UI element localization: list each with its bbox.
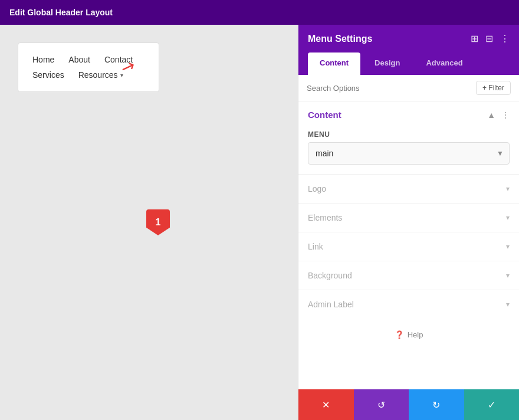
link-label: Link [308, 242, 323, 251]
step-badge: 1 [146, 209, 170, 235]
search-bar: + Filter [298, 75, 519, 101]
tab-design[interactable]: Design [363, 52, 412, 75]
content-section-title: Content [308, 110, 341, 120]
step-badge-container: 1 [146, 209, 170, 235]
section-icons: ▲ ⋮ [487, 110, 510, 120]
nav-preview: ↙ Home About Contact Services Resources … [18, 42, 159, 92]
logo-label: Logo [308, 184, 326, 193]
resources-label: Resources [78, 70, 118, 80]
menu-select[interactable]: main secondary footer [308, 142, 510, 165]
elements-chevron-icon: ▾ [506, 214, 510, 222]
background-label: Background [308, 271, 352, 280]
fullscreen-icon[interactable]: ⊞ [471, 33, 478, 44]
top-bar: Edit Global Header Layout [0, 0, 519, 25]
background-header[interactable]: Background ▾ [298, 261, 519, 290]
menu-label: Menu [308, 130, 510, 139]
canvas-area: ↙ Home About Contact Services Resources … [0, 25, 298, 420]
section-collapse-icon[interactable]: ▲ [487, 110, 495, 120]
link-chevron-icon: ▾ [506, 242, 510, 251]
grid-icon[interactable]: ⊟ [485, 33, 493, 44]
bottom-bar: ✕ ↺ ↻ ✓ [298, 389, 519, 420]
background-section: Background ▾ [298, 261, 519, 290]
panel-header-icons: ⊞ ⊟ ⋮ [471, 33, 510, 44]
undo-button[interactable]: ↺ [354, 389, 409, 420]
step-number: 1 [156, 217, 161, 228]
right-panel: Menu Settings ⊞ ⊟ ⋮ Content Design Advan… [298, 25, 519, 420]
help-icon: ❓ [395, 330, 404, 339]
admin-label-text: Admin Label [308, 300, 354, 309]
content-section-header: Content ▲ ⋮ [298, 101, 519, 126]
elements-section: Elements ▾ [298, 203, 519, 232]
logo-header[interactable]: Logo ▾ [298, 175, 519, 203]
admin-label-header[interactable]: Admin Label ▾ [298, 290, 519, 319]
page-title: Edit Global Header Layout [9, 8, 113, 17]
nav-item-about[interactable]: About [68, 55, 90, 64]
section-more-icon[interactable]: ⋮ [501, 110, 510, 120]
cancel-button[interactable]: ✕ [298, 389, 354, 420]
filter-button[interactable]: + Filter [476, 81, 511, 95]
panel-body: Content ▲ ⋮ Menu main secondary footer ▼ [298, 101, 519, 389]
link-header[interactable]: Link ▾ [298, 232, 519, 261]
nav-item-home[interactable]: Home [32, 55, 54, 64]
menu-field-group: Menu main secondary footer ▼ [298, 126, 519, 174]
tabs-bar: Content Design Advanced [298, 52, 519, 75]
menu-select-wrapper: main secondary footer ▼ [308, 142, 510, 165]
elements-header[interactable]: Elements ▾ [298, 204, 519, 232]
background-chevron-icon: ▾ [506, 271, 510, 280]
panel-header: Menu Settings ⊞ ⊟ ⋮ [298, 25, 519, 52]
nav-item-resources[interactable]: Resources ▾ [78, 70, 123, 80]
admin-label-chevron-icon: ▾ [506, 300, 510, 309]
help-label[interactable]: Help [408, 330, 423, 339]
more-options-icon[interactable]: ⋮ [500, 33, 510, 44]
search-input[interactable] [307, 84, 471, 93]
save-button[interactable]: ✓ [464, 389, 520, 420]
logo-section: Logo ▾ [298, 174, 519, 203]
tab-content[interactable]: Content [308, 52, 360, 75]
redo-button[interactable]: ↻ [409, 389, 464, 420]
tab-advanced[interactable]: Advanced [414, 52, 474, 75]
nav-item-services[interactable]: Services [32, 70, 64, 80]
logo-chevron-icon: ▾ [506, 185, 510, 193]
link-section: Link ▾ [298, 232, 519, 261]
elements-label: Elements [308, 213, 342, 222]
panel-title: Menu Settings [308, 34, 372, 44]
admin-label-section: Admin Label ▾ [298, 290, 519, 319]
help-section: ❓ Help [298, 319, 519, 351]
